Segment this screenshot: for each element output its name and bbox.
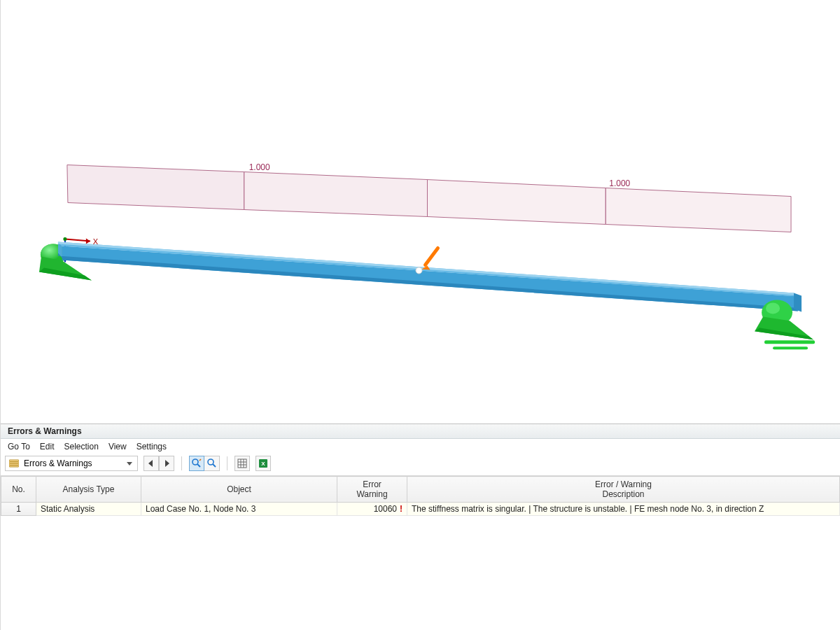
svg-marker-18 bbox=[794, 293, 802, 312]
cell-description: The stiffness matrix is singular. | The … bbox=[407, 503, 840, 516]
nav-next-button[interactable] bbox=[159, 456, 174, 471]
support-right bbox=[755, 300, 815, 349]
col-header-description[interactable]: Error / Warning Description bbox=[407, 477, 840, 503]
svg-rect-30 bbox=[10, 463, 18, 464]
menu-view[interactable]: View bbox=[108, 442, 127, 451]
table-row[interactable]: 1 Static Analysis Load Case No. 1, Node … bbox=[1, 503, 840, 516]
col-header-object[interactable]: Object bbox=[141, 477, 337, 503]
panel-menu-bar: Go To Edit Selection View Settings bbox=[1, 439, 840, 454]
panel-toolbar: Errors & Warnings bbox=[1, 454, 840, 476]
svg-marker-3 bbox=[606, 188, 791, 232]
toolbar-separator bbox=[181, 456, 182, 470]
svg-rect-40 bbox=[238, 459, 246, 468]
svg-rect-27 bbox=[773, 346, 808, 349]
svg-marker-33 bbox=[148, 460, 153, 467]
svg-line-37 bbox=[200, 459, 201, 461]
load-diagram: 1.000 1.000 bbox=[67, 162, 791, 232]
cell-error-code: 10060 ! bbox=[337, 503, 407, 516]
col-header-no[interactable]: No. bbox=[1, 477, 36, 503]
error-icon: ! bbox=[400, 504, 402, 514]
svg-point-35 bbox=[192, 459, 198, 465]
svg-text:X: X bbox=[261, 461, 265, 467]
svg-rect-29 bbox=[10, 461, 18, 462]
errors-warnings-icon bbox=[8, 458, 20, 469]
svg-marker-34 bbox=[165, 460, 169, 467]
model-canvas: 1.000 1.000 X Z bbox=[1, 0, 840, 424]
svg-point-38 bbox=[208, 459, 214, 465]
svg-marker-2 bbox=[427, 180, 606, 225]
svg-marker-5 bbox=[86, 238, 90, 244]
find-in-model-button[interactable] bbox=[189, 456, 204, 471]
col-header-analysis-type[interactable]: Analysis Type bbox=[36, 477, 141, 503]
col-header-error-warning[interactable]: Error Warning bbox=[337, 477, 407, 503]
nav-prev-button[interactable] bbox=[144, 456, 159, 471]
menu-settings[interactable]: Settings bbox=[136, 442, 167, 451]
cell-no: 1 bbox=[1, 503, 36, 516]
model-viewport[interactable]: 1.000 1.000 X Z bbox=[1, 0, 840, 424]
find-in-list-button[interactable] bbox=[204, 456, 220, 471]
svg-marker-0 bbox=[67, 165, 244, 210]
menu-selection[interactable]: Selection bbox=[64, 442, 99, 451]
nav-buttons bbox=[144, 456, 174, 471]
find-buttons bbox=[189, 456, 220, 471]
menu-goto[interactable]: Go To bbox=[8, 442, 30, 451]
errors-table: No. Analysis Type Object Error Warning E… bbox=[1, 476, 840, 516]
svg-marker-1 bbox=[244, 172, 428, 217]
svg-point-8 bbox=[63, 237, 66, 241]
load-value-right: 1.000 bbox=[609, 178, 630, 188]
errors-warnings-panel: Errors & Warnings Go To Edit Selection V… bbox=[1, 424, 840, 630]
svg-point-21 bbox=[416, 267, 422, 274]
svg-marker-32 bbox=[127, 462, 132, 465]
beam-member[interactable] bbox=[58, 241, 802, 312]
combo-label: Errors & Warnings bbox=[24, 458, 120, 468]
cell-analysis-type: Static Analysis bbox=[36, 503, 141, 516]
table-settings-button[interactable] bbox=[234, 456, 250, 471]
svg-rect-31 bbox=[10, 465, 18, 465]
menu-edit[interactable]: Edit bbox=[40, 442, 55, 451]
export-excel-button[interactable]: X bbox=[255, 456, 271, 471]
svg-rect-26 bbox=[764, 340, 815, 344]
cell-object: Load Case No. 1, Node No. 3 bbox=[141, 503, 337, 516]
svg-line-19 bbox=[425, 248, 438, 265]
svg-line-36 bbox=[197, 464, 200, 467]
view-selector-combo[interactable]: Errors & Warnings bbox=[5, 456, 138, 471]
panel-title: Errors & Warnings bbox=[1, 424, 840, 439]
errors-table-wrap[interactable]: No. Analysis Type Object Error Warning E… bbox=[1, 476, 840, 630]
svg-line-39 bbox=[213, 464, 216, 467]
load-value-left: 1.000 bbox=[249, 162, 270, 172]
toolbar-separator-2 bbox=[227, 456, 227, 470]
svg-point-23 bbox=[766, 302, 780, 314]
chevron-down-icon bbox=[125, 457, 134, 470]
